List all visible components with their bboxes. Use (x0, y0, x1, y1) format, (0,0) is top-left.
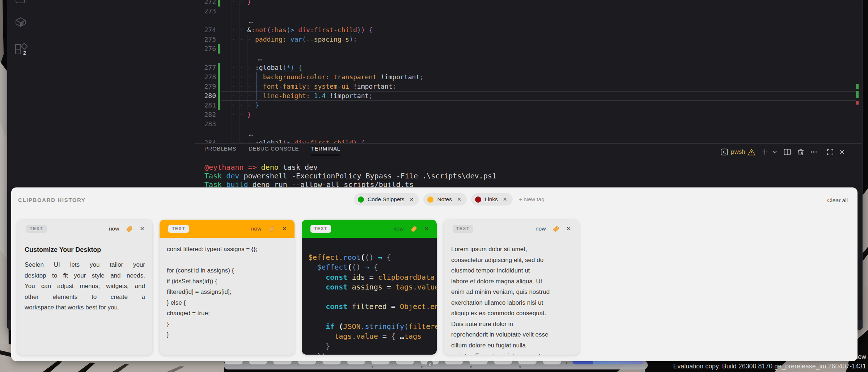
code-token: > (291, 26, 298, 34)
code-token (377, 73, 381, 81)
terminal-token: powershell -ExecutionPolicy Bypass -File… (239, 172, 496, 180)
code-token: :first-child (306, 139, 353, 143)
code-line: · · } (232, 0, 251, 7)
card-text-line: Lorem ipsum dolor sit amet, (451, 244, 572, 255)
code-token: var (291, 35, 302, 43)
card-code-line: $effect(() ⇒ { (308, 262, 437, 272)
kill-terminal-button[interactable] (797, 149, 804, 156)
terminal-line: @eythaann => deno task dev (204, 163, 496, 172)
card-text-line: workspace that works best for you. (25, 302, 145, 313)
whitespace-dots: · · (232, 111, 247, 118)
tag-remove-icon[interactable]: ✕ (457, 196, 461, 202)
tag-pill-links[interactable]: Links✕ (471, 193, 513, 206)
card-code-line: const assings = tags.value (308, 282, 437, 292)
code-token: padding: (255, 35, 287, 43)
code-token: ) (357, 26, 361, 34)
code-token: !important (353, 83, 392, 90)
code-token: ( (267, 26, 271, 34)
tag-icon[interactable] (410, 225, 417, 232)
card-text-line: aliquip ex ea commodo consequat. (451, 308, 572, 319)
terminal-token: deno (261, 163, 279, 172)
code-line: · · · :global(> div:first-child) { (232, 138, 365, 143)
tag-remove-icon[interactable]: ✕ (410, 196, 414, 202)
editor-row: · · · :global(*) { (7, 63, 863, 72)
code-line: · · · · line-height: 1.4 !important; (232, 91, 373, 101)
terminal-shell-label[interactable]: pwsh (731, 148, 745, 156)
code-token: assings (347, 283, 382, 291)
new-terminal-button[interactable] (761, 148, 769, 156)
code-token (310, 92, 314, 100)
warning-icon[interactable] (748, 148, 755, 156)
card-text-body: Lorem ipsum dolor sit amet,consectetur a… (444, 238, 579, 355)
code-token: . (339, 253, 343, 262)
card-type-badge: TEXT (26, 225, 47, 233)
tag-pill-notes[interactable]: Notes✕ (423, 193, 466, 206)
code-token: --spacing-s (306, 35, 349, 43)
tag-icon[interactable] (552, 225, 559, 232)
tag-pill-code-snippets[interactable]: Code Snippets✕ (354, 193, 419, 206)
card-header: TEXTnow✕ (444, 220, 579, 238)
editor-row: · · · } (7, 101, 863, 110)
terminal-token (244, 163, 248, 172)
card-close-icon[interactable]: ✕ (566, 225, 571, 232)
tag-icon[interactable] (268, 225, 275, 232)
terminal-dropdown-chevron[interactable] (772, 150, 777, 154)
clipboard-card[interactable]: TEXTnow✕$effect.root(() ⇒ { $effect(() ⇒… (302, 220, 437, 355)
card-text-line: pariatur. Excepteur sint occaecat (451, 351, 572, 355)
clipboard-card[interactable]: TEXTnow✕const filtered: typeof assigns =… (160, 220, 295, 355)
editor[interactable]: 272· · }273…274· · &:not(:has(> div:firs… (7, 0, 863, 143)
card-text-line: eiusmod tempor incididunt ut (451, 265, 572, 276)
tag-icon[interactable] (126, 225, 133, 232)
card-header: TEXTnow✕ (302, 220, 437, 238)
dock-running-indicator (421, 366, 423, 368)
clipboard-card[interactable]: TEXTnow✕Customize Your DesktopSeelen UI … (17, 220, 152, 355)
panel-tab-debug-console[interactable]: DEBUG CONSOLE (249, 145, 299, 155)
card-close-icon[interactable]: ✕ (282, 225, 287, 232)
code-token: { (382, 253, 391, 262)
card-code-line: $effect.root(() ⇒ { (308, 253, 437, 262)
code-token: system-ui (314, 83, 350, 90)
code-token: = (382, 283, 395, 291)
terminal-token: dev (226, 172, 239, 180)
new-tag-button[interactable]: + New tag (519, 196, 545, 203)
code-token: } (247, 111, 251, 118)
code-token: … (400, 332, 404, 341)
clipboard-card[interactable]: TEXTnow✕Lorem ipsum dolor sit amet,conse… (444, 220, 579, 355)
code-line: · · · padding: var(--spacing-s); (232, 35, 357, 44)
card-code-line: tags.value = { …tags (308, 331, 437, 341)
code-token: 1.4 (314, 92, 326, 100)
card-header: TEXTnow✕ (17, 220, 152, 238)
card-close-icon[interactable]: ✕ (424, 225, 429, 232)
panel-tab-problems[interactable]: PROBLEMS (204, 145, 236, 155)
maximize-panel-button[interactable] (827, 149, 834, 156)
whitespace-dots: · · · · (232, 83, 263, 90)
card-text-line: Seelen UI lets you tailor your (25, 259, 145, 270)
code-token: root (343, 253, 360, 262)
terminal-token (257, 163, 261, 172)
code-line: · · } (232, 110, 251, 119)
panel-tab-terminal[interactable]: TERMINAL (311, 145, 340, 155)
code-token (287, 35, 291, 43)
card-header: TEXTnow✕ (160, 220, 295, 238)
card-text-line: cillum dolore eu fugiat nulla (451, 340, 572, 351)
code-token: ; (369, 92, 373, 100)
split-terminal-button[interactable] (784, 149, 791, 155)
overview-ruler-border (856, 0, 856, 143)
card-text-line: other elements to create a (25, 292, 145, 303)
card-text-line: changed = true; (167, 308, 287, 319)
card-close-icon[interactable]: ✕ (140, 225, 144, 232)
code-token: entr (430, 302, 437, 311)
code-token: $effect (308, 253, 339, 262)
card-code-body: $effect.root(() ⇒ { $effect(() ⇒ { const… (302, 238, 437, 355)
close-panel-button[interactable] (839, 149, 845, 155)
code-token: div (298, 26, 310, 34)
clear-all-button[interactable]: Clear all (827, 197, 848, 204)
code-token (326, 92, 330, 100)
whitespace-dots: · · · (232, 101, 255, 109)
code-token: ids (347, 273, 365, 282)
code-token: } (326, 342, 330, 351)
code-token: { (369, 263, 378, 271)
tag-remove-icon[interactable]: ✕ (503, 196, 507, 202)
terminal-output[interactable]: @eythaann => deno task devTask dev power… (204, 163, 496, 189)
more-actions-button[interactable] (810, 151, 817, 153)
